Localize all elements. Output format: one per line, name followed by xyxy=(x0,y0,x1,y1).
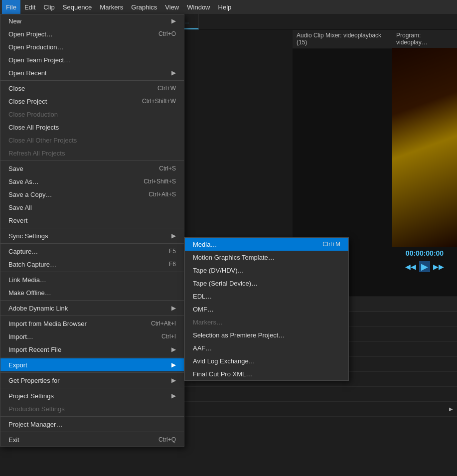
menu-help[interactable]: Help xyxy=(214,0,236,14)
export-selection-premiere[interactable]: Selection as Premiere Project… xyxy=(185,328,348,341)
menu-item-refresh-all: Refresh All Projects xyxy=(0,147,184,159)
program-video-display xyxy=(392,48,457,247)
menu-edit[interactable]: Edit xyxy=(20,0,39,14)
program-timecode: 00:00:00:00 xyxy=(392,247,457,259)
menu-item-batch-capture[interactable]: Batch Capture… F6 xyxy=(0,258,184,271)
menu-graphics[interactable]: Graphics xyxy=(127,0,161,14)
menu-item-import[interactable]: Import… Ctrl+I xyxy=(0,330,184,343)
menu-item-open-team[interactable]: Open Team Project… xyxy=(0,53,184,66)
menu-clip[interactable]: Clip xyxy=(39,0,58,14)
transport-rewind[interactable]: ◀◀ xyxy=(405,263,416,271)
menu-item-save-as[interactable]: Save As… Ctrl+Shift+S xyxy=(0,175,184,188)
separator-8 xyxy=(0,357,184,357)
export-media[interactable]: Media… Ctrl+M ↖ xyxy=(185,238,348,251)
menu-item-save-copy[interactable]: Save a Copy… Ctrl+Alt+S xyxy=(0,188,184,201)
export-submenu: Media… Ctrl+M ↖ Motion Graphics Template… xyxy=(184,237,349,381)
separator-2 xyxy=(0,160,184,161)
separator-11 xyxy=(0,416,184,417)
menu-item-close-production: Close Production xyxy=(0,108,184,121)
menu-item-new[interactable]: New ▶ xyxy=(0,14,184,27)
separator-9 xyxy=(0,372,184,373)
menu-item-production-settings: Production Settings xyxy=(0,402,184,415)
menu-item-get-properties[interactable]: Get Properties for ▶ xyxy=(0,374,184,387)
menu-item-make-offline[interactable]: Make Offline… xyxy=(0,286,184,299)
menu-item-import-recent[interactable]: Import Recent File ▶ xyxy=(0,343,184,356)
export-avid-log[interactable]: Avid Log Exchange… xyxy=(185,354,348,367)
menu-item-save[interactable]: Save Ctrl+S xyxy=(0,162,184,175)
separator-7 xyxy=(0,316,184,316)
menu-item-link-media[interactable]: Link Media… xyxy=(0,273,184,286)
export-tape-dv[interactable]: Tape (DV/HDV)… xyxy=(185,264,348,277)
export-edl[interactable]: EDL… xyxy=(185,290,348,303)
menu-item-project-manager[interactable]: Project Manager… xyxy=(0,418,184,431)
separator-3 xyxy=(0,228,184,228)
audio-clip-mixer-header: Audio Clip Mixer: videoplayback (15) xyxy=(293,30,392,48)
menu-item-dynamic-link[interactable]: Adobe Dynamic Link ▶ xyxy=(0,302,184,315)
menu-view[interactable]: View xyxy=(161,0,183,14)
menu-item-sync-settings[interactable]: Sync Settings ▶ xyxy=(0,229,184,242)
menu-item-revert[interactable]: Revert xyxy=(0,214,184,227)
menu-item-capture[interactable]: Capture… F5 xyxy=(0,245,184,258)
file-menu-dropdown: New ▶ Open Project… Ctrl+O Open Producti… xyxy=(0,14,184,447)
menu-item-open-recent[interactable]: Open Recent ▶ xyxy=(0,66,184,79)
export-aaf[interactable]: AAF… xyxy=(185,341,348,354)
separator-1 xyxy=(0,80,184,81)
menu-item-close-project[interactable]: Close Project Ctrl+Shift+W xyxy=(0,95,184,108)
menu-item-close-all-other: Close All Other Projects xyxy=(0,134,184,147)
menu-item-exit[interactable]: Exit Ctrl+Q xyxy=(0,433,184,446)
export-markers: Markers… xyxy=(185,316,348,328)
export-motion-graphics[interactable]: Motion Graphics Template… xyxy=(185,251,348,264)
menu-item-import-media-browser[interactable]: Import from Media Browser Ctrl+Alt+I xyxy=(0,317,184,330)
transport-play[interactable]: ▶ xyxy=(419,261,430,272)
separator-5 xyxy=(0,272,184,272)
transport-forward[interactable]: ▶▶ xyxy=(433,263,444,271)
export-tape-serial[interactable]: Tape (Serial Device)… xyxy=(185,277,348,290)
menu-markers[interactable]: Markers xyxy=(96,0,127,14)
menu-item-project-settings[interactable]: Project Settings ▶ xyxy=(0,389,184,402)
menu-item-save-all[interactable]: Save All xyxy=(0,201,184,214)
export-final-cut[interactable]: Final Cut Pro XML… xyxy=(185,367,348,380)
separator-6 xyxy=(0,300,184,301)
track-mix-scroll[interactable]: ▶ xyxy=(449,405,457,413)
menu-window[interactable]: Window xyxy=(183,0,214,14)
export-omf[interactable]: OMF… xyxy=(185,303,348,316)
separator-10 xyxy=(0,388,184,388)
menu-item-open-production[interactable]: Open Production… xyxy=(0,40,184,53)
menu-item-close[interactable]: Close Ctrl+W xyxy=(0,82,184,95)
menu-item-close-all[interactable]: Close All Projects xyxy=(0,121,184,134)
separator-12 xyxy=(0,432,184,432)
menu-bar: File Edit Clip Sequence Markers Graphics… xyxy=(0,0,457,14)
program-panel: Program: videoplay… 00:00:00:00 ◀◀ ▶ ▶▶ xyxy=(392,30,457,319)
separator-4 xyxy=(0,243,184,244)
menu-sequence[interactable]: Sequence xyxy=(59,0,96,14)
program-panel-header: Program: videoplay… xyxy=(392,30,457,48)
menu-file[interactable]: File xyxy=(2,0,20,14)
menu-item-open-project[interactable]: Open Project… Ctrl+O xyxy=(0,27,184,40)
menu-item-export[interactable]: Export ▶ xyxy=(0,358,184,371)
